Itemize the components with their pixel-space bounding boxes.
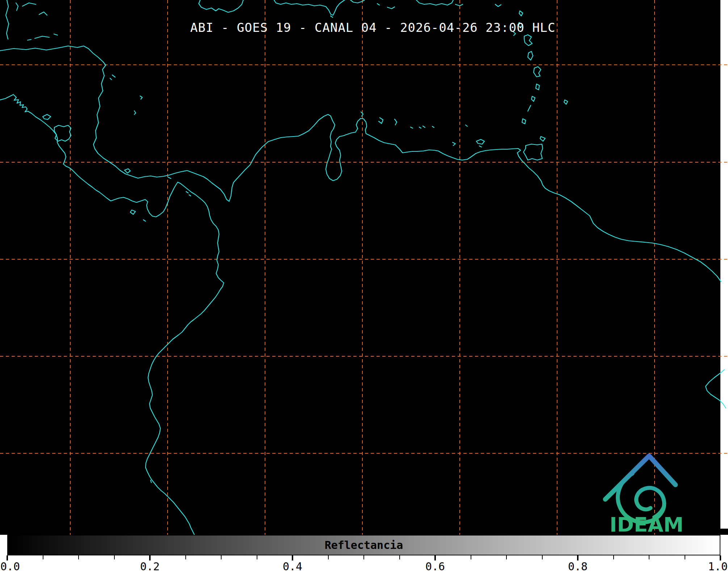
ideam-logo: IDEAM <box>0 0 728 535</box>
colorbar-major-tick <box>577 555 578 560</box>
ideam-logo-mark <box>605 456 676 522</box>
colorbar-major-tick <box>434 555 436 560</box>
colorbar-minor-tick <box>542 555 543 559</box>
colorbar-minor-tick <box>399 555 400 559</box>
colorbar-minor-tick <box>613 555 614 559</box>
colorbar-minor-tick <box>685 555 685 559</box>
colorbar-minor-tick <box>649 555 649 559</box>
colorbar-tick-label: 1.0 <box>708 560 728 571</box>
colorbar-minor-tick <box>221 555 222 559</box>
colorbar-tick-label: 0.0 <box>0 560 20 571</box>
colorbar-minor-tick <box>471 555 471 559</box>
colorbar-minor-tick <box>328 555 329 559</box>
colorbar-tick-label: 0.6 <box>425 560 445 571</box>
colorbar-major-tick <box>720 555 721 560</box>
colorbar-major-tick <box>292 555 293 560</box>
satellite-map: ABI - GOES 19 - CANAL 04 - 2026-04-26 23… <box>0 0 728 535</box>
colorbar: Reflectancia 0.00.20.40.60.81.0 <box>0 535 728 571</box>
colorbar-label: Reflectancia <box>325 539 403 551</box>
colorbar-minor-tick <box>506 555 507 559</box>
ideam-logo-text: IDEAM <box>610 513 684 535</box>
colorbar-minor-tick <box>78 555 79 559</box>
satellite-image-viewer: ABI - GOES 19 - CANAL 04 - 2026-04-26 23… <box>0 0 728 571</box>
colorbar-minor-tick <box>43 555 43 559</box>
colorbar-tick-label: 0.8 <box>568 560 588 571</box>
colorbar-minor-tick <box>185 555 186 559</box>
colorbar-major-tick <box>7 555 8 560</box>
colorbar-major-tick <box>149 555 151 560</box>
colorbar-minor-tick <box>363 555 364 559</box>
colorbar-minor-tick <box>257 555 257 559</box>
colorbar-minor-tick <box>114 555 115 559</box>
colorbar-tick-label: 0.4 <box>283 560 302 571</box>
colorbar-tick-label: 0.2 <box>140 560 160 571</box>
